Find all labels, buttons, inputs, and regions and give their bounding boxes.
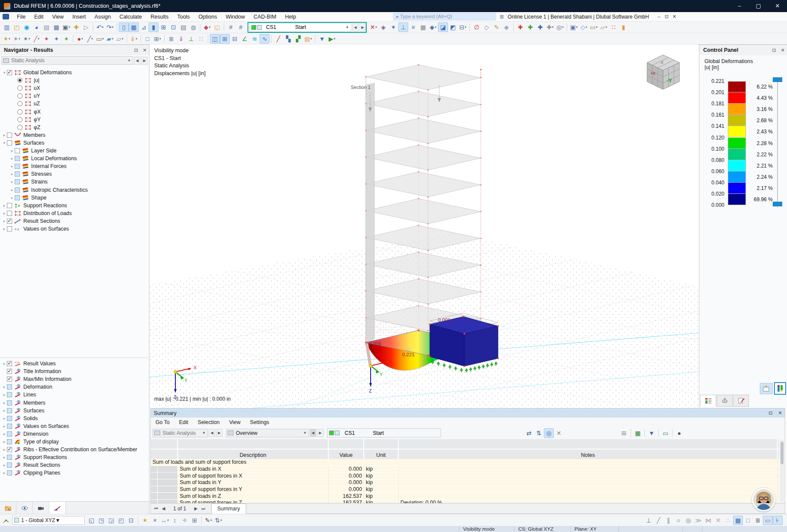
- tree-item-support-reactions[interactable]: ▸Support Reactions: [0, 453, 149, 461]
- tree-item-z[interactable]: φZ: [0, 124, 149, 131]
- tree-item-surfaces[interactable]: ▸Surfaces: [0, 407, 149, 415]
- expander-icon[interactable]: ▸: [2, 211, 7, 215]
- tab-summary[interactable]: Summary: [211, 504, 246, 514]
- checkbox[interactable]: [7, 226, 12, 231]
- new-surface-icon[interactable]: ▰▾: [105, 34, 115, 44]
- sync-tables-icon[interactable]: ⇄: [524, 428, 534, 438]
- snap-guides-icon[interactable]: ✶▾: [22, 34, 32, 44]
- show-mesh-icon[interactable]: ∷: [196, 34, 206, 44]
- snap-main-icon[interactable]: ✶▾: [2, 34, 12, 44]
- radio[interactable]: [17, 125, 22, 130]
- color-scale-options-button[interactable]: [774, 382, 786, 395]
- checkbox[interactable]: [15, 187, 20, 193]
- doc-close-button[interactable]: ✕: [670, 14, 678, 19]
- tree-item-dimension[interactable]: ▸Dimension: [0, 430, 149, 438]
- chevron-down-icon[interactable]: ▼: [344, 25, 351, 29]
- table-scrollbar[interactable]: [780, 440, 784, 502]
- expander-icon[interactable]: ▸: [2, 219, 7, 223]
- summary-menu-settings[interactable]: Settings: [245, 419, 274, 425]
- doc-minimize-button[interactable]: –: [655, 14, 663, 19]
- view-xz-icon[interactable]: ✚▾: [545, 22, 555, 32]
- view-y-icon[interactable]: ✚: [525, 22, 535, 32]
- visibility-box-icon[interactable]: ⊡: [126, 516, 136, 525]
- printout-report-icon[interactable]: ▤: [178, 22, 188, 32]
- checkbox[interactable]: [7, 70, 12, 75]
- guideline-lock-icon[interactable]: ⊦: [773, 516, 783, 525]
- prism-view-icon[interactable]: ◆: [501, 22, 511, 32]
- link-views-icon[interactable]: ⇅: [534, 428, 544, 438]
- summary-view-combo[interactable]: Overview▼: [226, 429, 309, 437]
- value-marks-icon[interactable]: ▚: [283, 34, 293, 44]
- guideline-icon[interactable]: ╱▾: [32, 34, 41, 44]
- diagram-on-members-icon[interactable]: ╱: [273, 34, 283, 44]
- control-panel-tab-filter[interactable]: [733, 395, 749, 407]
- work-plane-icon[interactable]: ◇▾: [579, 22, 589, 32]
- checkbox[interactable]: [7, 439, 12, 444]
- dimension-10-icon[interactable]: ▭▾: [589, 22, 599, 32]
- tree-item-shape[interactable]: ▸Shape: [0, 194, 149, 202]
- menu-view[interactable]: View: [48, 14, 68, 20]
- section-polygon-icon[interactable]: ◆▾: [202, 22, 212, 32]
- tree-item-deformation[interactable]: ▸Deformation: [0, 383, 149, 391]
- expander-icon[interactable]: ▸: [2, 432, 7, 436]
- print-icon[interactable]: ▣▾: [61, 22, 71, 32]
- navigator-tab-results[interactable]: [49, 502, 66, 515]
- expander-icon[interactable]: ▸: [2, 203, 7, 208]
- doc-restore-button[interactable]: ⊡: [663, 14, 670, 19]
- snap-int-icon[interactable]: ⋈: [703, 516, 713, 525]
- first-page-button[interactable]: ⏮: [152, 506, 160, 511]
- next-analysis-button[interactable]: ▶: [216, 429, 222, 437]
- color-contours-icon[interactable]: ▞: [293, 34, 303, 44]
- expander-icon[interactable]: ▸: [2, 416, 7, 421]
- snap-grid-pts-icon[interactable]: ∴: [723, 516, 733, 525]
- view-x-icon[interactable]: ✚: [515, 22, 525, 32]
- table-row[interactable]: Sum of loads in X0.000kip: [151, 466, 779, 473]
- excel-export-icon[interactable]: ▦: [633, 428, 643, 438]
- radio[interactable]: [17, 109, 22, 114]
- visibility-invert-icon[interactable]: ◲: [106, 516, 116, 525]
- tree-item-ribs-effective-contribution-on-surface-member[interactable]: ▸Ribs - Effective Contribution on Surfac…: [0, 446, 149, 453]
- expander-icon[interactable]: ▾: [2, 70, 7, 75]
- diagram-toggle-icon[interactable]: ⊿: [139, 22, 149, 32]
- summary-analysis-combo[interactable]: Static Analysis▼: [152, 429, 208, 437]
- new-opening-icon[interactable]: ▱▾: [115, 34, 125, 44]
- dlubal-connect-icon[interactable]: ◉: [22, 22, 32, 32]
- menu-insert[interactable]: Insert: [68, 14, 90, 20]
- checkbox[interactable]: [15, 195, 20, 200]
- expander-icon[interactable]: ▸: [2, 440, 7, 444]
- table-results-icon[interactable]: ⊞: [159, 22, 168, 32]
- tree-item-result-sections[interactable]: ▸Result Sections: [0, 461, 149, 469]
- tree-item-y[interactable]: φY: [0, 116, 149, 124]
- table-row[interactable]: Sum of loads in Y0.000kip: [151, 479, 779, 486]
- stage-display-icon[interactable]: ▱▾: [599, 22, 609, 32]
- visibility-by-selected-icon[interactable]: ◳: [96, 516, 106, 525]
- table-grid-icon[interactable]: ⊞: [619, 428, 629, 438]
- checkbox[interactable]: [7, 218, 12, 224]
- checkbox[interactable]: [7, 424, 12, 429]
- prev-analysis-button[interactable]: ◀: [209, 429, 215, 437]
- tree-item-result-values[interactable]: ▸x.xxResult Values: [0, 360, 149, 367]
- radio[interactable]: [17, 117, 22, 122]
- summary-menu-selection[interactable]: Selection: [193, 419, 225, 425]
- snap-node-icon[interactable]: ✦: [41, 34, 51, 44]
- table-group-row[interactable]: Sum of loads and sum of support forces: [151, 459, 779, 466]
- tree-item-layer-side[interactable]: ▸Layer Side: [0, 147, 149, 155]
- copy-entry-icon[interactable]: ▷: [81, 22, 91, 32]
- checkbox[interactable]: [15, 148, 20, 153]
- view-window-icon[interactable]: ⊞: [190, 516, 200, 525]
- navigator-tab-views[interactable]: [33, 502, 49, 515]
- trajectories-icon[interactable]: ≋: [250, 34, 260, 44]
- table-row[interactable]: Sum of support forces in Y0.000kip: [151, 486, 779, 493]
- summary-menu-go-to[interactable]: Go To: [151, 419, 175, 425]
- scale-slider-bottom-handle[interactable]: [773, 202, 782, 206]
- view-save-icon[interactable]: ✧: [180, 516, 190, 525]
- tree-item-uz[interactable]: uZ: [0, 100, 149, 108]
- checkbox[interactable]: [7, 384, 12, 390]
- radio[interactable]: [17, 86, 22, 91]
- expander-icon[interactable]: ▸: [10, 156, 15, 161]
- menu-tools[interactable]: Tools: [173, 14, 194, 20]
- maximize-button[interactable]: ▢: [749, 0, 768, 12]
- prev-page-button[interactable]: ◀: [160, 506, 167, 511]
- navigator-toggle-icon[interactable]: ▯: [119, 22, 129, 32]
- next-page-button[interactable]: ▶: [192, 506, 200, 511]
